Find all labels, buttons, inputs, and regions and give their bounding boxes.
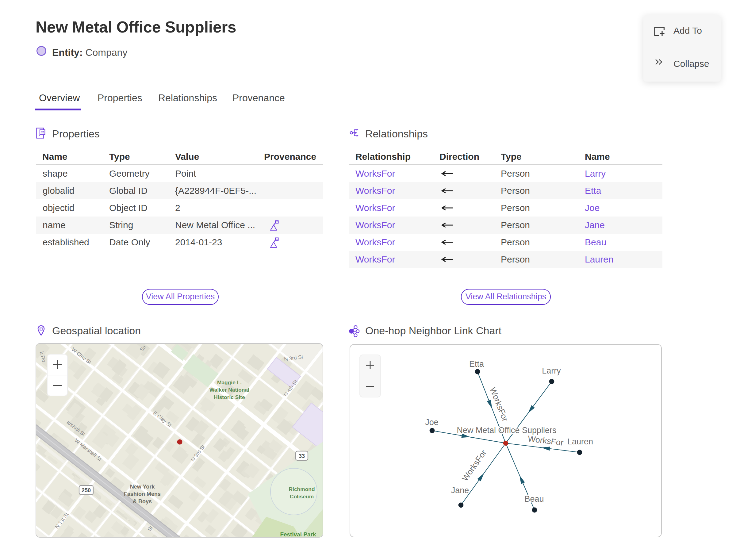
svg-text:New Metal Office Suppliers: New Metal Office Suppliers bbox=[457, 426, 556, 435]
svg-text:Coliseum: Coliseum bbox=[290, 493, 314, 500]
svg-text:Fashion Mens: Fashion Mens bbox=[124, 491, 161, 497]
svg-text:250: 250 bbox=[82, 487, 91, 493]
svg-text:Lauren: Lauren bbox=[567, 437, 593, 446]
svg-text:WorksFor: WorksFor bbox=[527, 434, 564, 447]
svg-text:Richmond: Richmond bbox=[289, 486, 315, 492]
svg-text:33: 33 bbox=[299, 453, 305, 459]
svg-text:& Boys: & Boys bbox=[133, 498, 152, 504]
svg-text:WorksFor: WorksFor bbox=[460, 448, 488, 483]
svg-text:Historic Site: Historic Site bbox=[214, 394, 245, 400]
svg-text:Etta: Etta bbox=[469, 359, 484, 369]
svg-text:Festival Park: Festival Park bbox=[280, 531, 316, 537]
svg-text:Jane: Jane bbox=[451, 486, 469, 495]
svg-text:Maggie L.: Maggie L. bbox=[217, 379, 242, 385]
svg-text:Larry: Larry bbox=[542, 366, 561, 375]
svg-text:Beau: Beau bbox=[524, 494, 544, 504]
svg-text:New York: New York bbox=[130, 484, 155, 490]
svg-text:Joe: Joe bbox=[425, 418, 439, 427]
svg-text:Walker National: Walker National bbox=[209, 387, 249, 393]
